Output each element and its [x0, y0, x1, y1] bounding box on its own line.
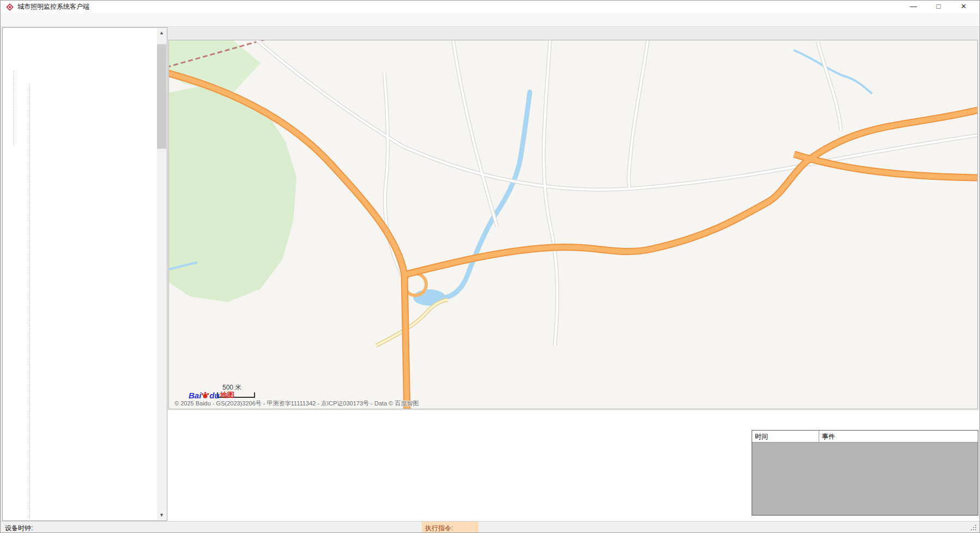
- minimize-button[interactable]: —: [901, 1, 926, 13]
- exec-command-label: 执行指令:: [422, 522, 479, 533]
- logo-text: du: [209, 391, 219, 400]
- column-header-time: 时间: [752, 431, 819, 442]
- device-tree-panel: ▲ ▼: [2, 27, 167, 521]
- app-window: { "window": {"title": "城市照明监控系统客户端", "mi…: [0, 0, 980, 533]
- bottom-panel: 时间 事件: [167, 410, 980, 521]
- tree-scrollbar[interactable]: ▲ ▼: [157, 28, 166, 520]
- map-attribution: © 2025 Baidu - GS(2023)3206号 - 甲测资字11111…: [174, 399, 419, 408]
- tree-connector-line: [29, 84, 30, 521]
- device-clock-label: 设备时钟:: [5, 524, 33, 533]
- baidu-logo: Bai du 地图: [189, 390, 234, 400]
- logo-text: 地图: [220, 390, 234, 400]
- map-base-layer: [169, 40, 978, 409]
- scroll-up-button[interactable]: ▲: [157, 28, 166, 38]
- menu-bar: [1, 13, 979, 27]
- maximize-button[interactable]: □: [926, 1, 951, 13]
- event-log-header: 时间 事件: [752, 431, 978, 443]
- app-logo-icon: [6, 3, 14, 11]
- column-header-event: 事件: [819, 431, 978, 442]
- window-title: 城市照明监控系统客户端: [17, 2, 89, 11]
- close-button[interactable]: ✕: [951, 1, 976, 13]
- title-bar: 城市照明监控系统客户端 — □ ✕: [1, 1, 979, 13]
- status-bar: 设备时钟: 执行指令:: [1, 521, 979, 533]
- tree-connector-line: [13, 71, 14, 147]
- baidu-paw-icon: [201, 391, 209, 399]
- scroll-down-button[interactable]: ▼: [157, 511, 166, 520]
- logo-text: Bai: [189, 391, 201, 400]
- resize-grip[interactable]: [975, 529, 976, 530]
- event-log-table[interactable]: 时间 事件: [752, 430, 978, 516]
- scrollbar-thumb[interactable]: [157, 44, 166, 149]
- map-view[interactable]: 500 米 Bai du 地图 © 2025 Baidu - GS(2023)3…: [168, 40, 978, 409]
